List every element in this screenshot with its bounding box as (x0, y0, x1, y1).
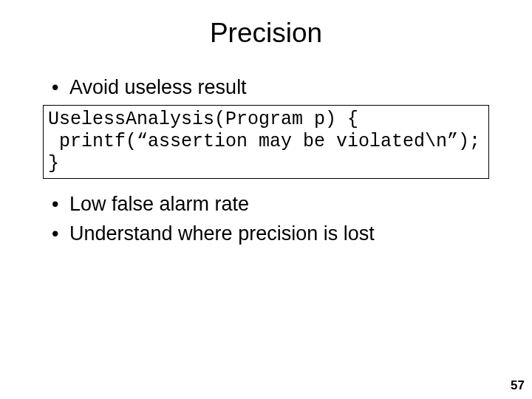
slide-title: Precision (27, 18, 505, 49)
list-item: Avoid useless result (52, 75, 505, 100)
slide-container: Precision Avoid useless result UselessAn… (0, 0, 532, 399)
bullet-list-bottom: Low false alarm rate Understand where pr… (27, 192, 505, 247)
page-number: 57 (511, 378, 525, 393)
list-item: Understand where precision is lost (52, 222, 505, 247)
code-block: UselessAnalysis(Program p) { printf(“ass… (43, 105, 489, 179)
list-item: Low false alarm rate (52, 192, 505, 217)
bullet-list-top: Avoid useless result (27, 75, 505, 100)
